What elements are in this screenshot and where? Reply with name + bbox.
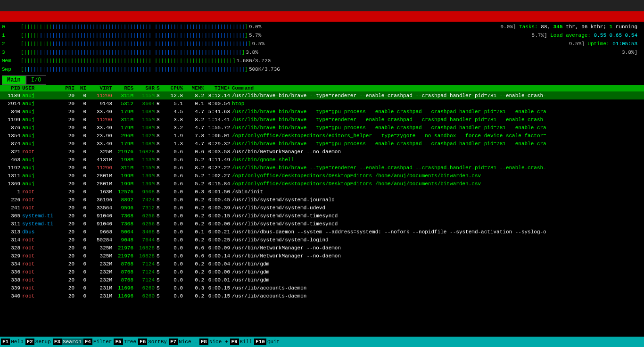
- shr-cell: 6260: [135, 293, 157, 299]
- header-cmd: Command: [232, 85, 643, 91]
- mem-cell: 4.7: [185, 141, 206, 147]
- header-pid: PID: [1, 85, 22, 91]
- shr-cell: 16828: [135, 253, 157, 259]
- ni-cell: 0: [76, 117, 88, 123]
- cmd-cell: /usr/bin/NetworkManager --no-daemon: [232, 149, 643, 155]
- cmd-cell: /usr/lib/brave-bin/brave --type=gpu-proc…: [232, 109, 643, 115]
- table-row[interactable]: 1192 anuj 20 0 1129G 311M 115M S 0.6 8.2…: [0, 164, 644, 172]
- table-row[interactable]: 314 root 20 0 50284 9048 7644 S 0.0 0.2 …: [0, 236, 644, 244]
- func-label-quit[interactable]: Quit: [266, 339, 281, 345]
- func-label-kill[interactable]: Kill: [239, 339, 254, 345]
- cpu-cell: 0.6: [164, 157, 185, 163]
- func-key-f6[interactable]: F6: [138, 339, 147, 345]
- res-cell: 198M: [114, 157, 135, 163]
- res-cell: 7308: [114, 221, 135, 227]
- table-row[interactable]: 334 root 20 0 232M 8768 7124 S 0.0 0.2 0…: [0, 260, 644, 268]
- table-row[interactable]: 305 systemd-ti 20 0 91040 7308 6256 S 0.…: [0, 212, 644, 220]
- cmd-cell: /usr/lib/systemd/systemd-timesyncd: [232, 213, 643, 219]
- ni-cell: 0: [76, 293, 88, 299]
- table-row[interactable]: 463 anuj 20 0 4131M 198M 113M S 0.6 5.2 …: [0, 156, 644, 164]
- ni-cell: 0: [76, 253, 88, 259]
- func-label-help[interactable]: Help: [10, 339, 25, 345]
- mem-cell: 8.2: [185, 165, 206, 171]
- time-cell: 0:00.21: [206, 229, 232, 235]
- table-row[interactable]: 311 systemd-ti 20 0 91040 7308 6256 S 0.…: [0, 220, 644, 228]
- table-row[interactable]: 321 root 20 0 325M 21976 16828 S 0.6 0.6…: [0, 148, 644, 156]
- cpu-cell: 5.1: [164, 101, 185, 107]
- func-label-nice+[interactable]: Nice +: [208, 339, 230, 345]
- func-key-f1[interactable]: F1: [1, 339, 10, 345]
- func-key-f8[interactable]: F8: [199, 339, 208, 345]
- table-row[interactable]: 1354 anuj 20 0 23.9G 296M 102M S 1.9 7.8…: [0, 132, 644, 140]
- user-cell: anuj: [22, 109, 60, 115]
- table-row[interactable]: 2914 anuj 20 0 9148 5312 3604 R 5.1 0.1 …: [0, 99, 644, 107]
- virt-cell: 2801M: [88, 173, 114, 179]
- tab-main[interactable]: Main: [2, 75, 26, 85]
- res-cell: 179M: [114, 109, 135, 115]
- cmd-cell: htop: [232, 101, 643, 107]
- cpu-cell: 0.0: [164, 197, 185, 203]
- func-label-sortby[interactable]: SortBy: [147, 339, 169, 345]
- table-row[interactable]: 313 dbus 20 0 9668 5004 3468 S 0.0 0.1 0…: [0, 228, 644, 236]
- cmd-cell: /usr/bin/gdm: [232, 261, 643, 267]
- pri-cell: 20: [60, 101, 76, 107]
- table-row[interactable]: 241 root 20 0 33564 9596 7312 S 0.0 0.2 …: [0, 204, 644, 212]
- res-cell: 311M: [114, 165, 135, 171]
- ni-cell: 0: [76, 173, 88, 179]
- table-row[interactable]: 1369 anuj 20 0 2801M 199M 139M S 0.6 5.2…: [0, 180, 644, 188]
- process-table: PID USER PRI NI VIRT RES SHR S CPU% MEM%…: [0, 85, 644, 337]
- table-row[interactable]: 338 root 20 0 232M 8768 7124 S 0.0 0.2 0…: [0, 276, 644, 284]
- func-key-f7[interactable]: F7: [169, 339, 178, 345]
- s-cell: S: [157, 117, 164, 123]
- func-key-f10[interactable]: F10: [254, 339, 266, 345]
- func-label-nice-[interactable]: Nice -: [178, 339, 199, 345]
- tab-io[interactable]: I/O: [26, 75, 47, 85]
- virt-cell: 232M: [88, 261, 114, 267]
- func-key-f2[interactable]: F2: [25, 339, 34, 345]
- shr-cell: 7644: [135, 237, 157, 243]
- table-row[interactable]: 1189 anuj 20 0 1129G 311M 115M S 12.8 8.…: [0, 91, 644, 99]
- func-label-tree[interactable]: Tree: [123, 339, 138, 345]
- pri-cell: 20: [60, 277, 76, 283]
- res-cell: 8768: [114, 277, 135, 283]
- cpu-cell: 0.0: [164, 261, 185, 267]
- table-row[interactable]: 876 anuj 20 0 33.4G 179M 108M S 3.2 4.7 …: [0, 124, 644, 132]
- virt-cell: 4131M: [88, 157, 114, 163]
- cmd-cell: /opt/onlyoffice/desktopeditors/editors_h…: [232, 133, 643, 139]
- table-row[interactable]: 1311 anuj 20 0 2801M 199M 139M S 0.6 5.2…: [0, 172, 644, 180]
- table-row[interactable]: 329 root 20 0 325M 21976 16828 S 0.0 0.6…: [0, 252, 644, 260]
- res-cell: 11696: [114, 285, 135, 291]
- user-cell: root: [22, 197, 60, 203]
- res-cell: 7308: [114, 213, 135, 219]
- user-cell: anuj: [22, 93, 60, 99]
- time-cell: 5:41.68: [206, 109, 232, 115]
- table-row[interactable]: 1 root 20 0 163M 12576 9508 S 0.0 0.3 0:…: [0, 188, 644, 196]
- time-cell: 0:00.04: [206, 261, 232, 267]
- mem-cell: 0.6: [185, 149, 206, 155]
- table-row[interactable]: 840 anuj 20 0 33.4G 179M 108M S 4.5 4.7 …: [0, 107, 644, 116]
- func-key-f5[interactable]: F5: [114, 339, 123, 345]
- table-row[interactable]: 874 anuj 20 0 33.4G 179M 108M S 1.3 4.7 …: [0, 140, 644, 148]
- table-row[interactable]: 328 root 20 0 325M 21976 16828 S 0.0 0.6…: [0, 244, 644, 252]
- table-row[interactable]: 340 root 20 0 231M 11696 6260 S 0.0 0.2 …: [0, 292, 644, 300]
- func-label-setup[interactable]: Setup: [34, 339, 53, 345]
- mem-cell: 0.2: [185, 293, 206, 299]
- func-label-search[interactable]: Search: [62, 339, 83, 345]
- pid-cell: 241: [1, 205, 22, 211]
- header-mem: MEM%: [185, 85, 206, 91]
- table-row[interactable]: 226 root 20 0 36196 8892 7424 S 0.0 0.2 …: [0, 196, 644, 204]
- swp-meter: Swp [|||||||||||||||||||||||||||||||||||…: [2, 65, 320, 74]
- func-key-f3[interactable]: F3: [53, 339, 62, 345]
- s-cell: S: [157, 173, 164, 179]
- pid-cell: 328: [1, 245, 22, 251]
- pri-cell: 20: [60, 285, 76, 291]
- table-row[interactable]: 336 root 20 0 232M 8768 7124 S 0.0 0.2 0…: [0, 268, 644, 276]
- mem-cell: 8.2: [185, 117, 206, 123]
- time-cell: 0:03.58: [206, 149, 232, 155]
- table-row[interactable]: 1199 anuj 20 0 1129G 311M 115M S 3.8 8.2…: [0, 116, 644, 124]
- func-key-f4[interactable]: F4: [83, 339, 92, 345]
- cpu-cell: 1.3: [164, 141, 185, 147]
- table-row[interactable]: 339 root 20 0 231M 11696 6260 S 0.0 0.3 …: [0, 284, 644, 292]
- func-key-f9[interactable]: F9: [230, 339, 239, 345]
- func-label-filter[interactable]: Filter: [92, 339, 114, 345]
